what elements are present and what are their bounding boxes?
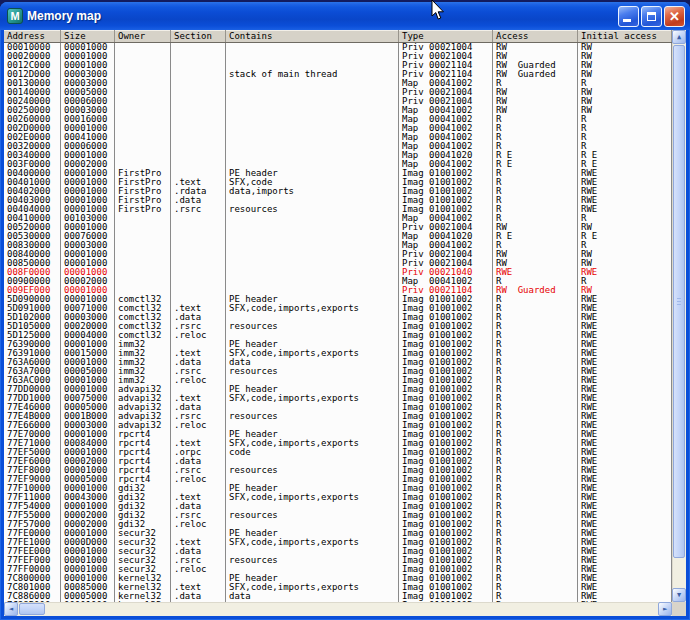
vertical-scrollbar[interactable]: ▲ ▼ <box>672 30 686 602</box>
table-row[interactable]: 77DD000000001000advapi32PE headerImag 01… <box>4 385 672 394</box>
table-row[interactable]: 0085000000001000Priv 00021004RWRW <box>4 259 672 268</box>
window-title: Memory map <box>27 9 616 23</box>
table-row[interactable]: 7639000000001000imm32PE headerImag 01001… <box>4 340 672 349</box>
horizontal-scroll-thumb[interactable] <box>19 603 45 615</box>
scroll-right-icon[interactable]: ► <box>658 602 672 616</box>
table-row[interactable]: 77E6600000003000advapi32.relocImag 01001… <box>4 421 672 430</box>
table-row[interactable]: 77F5700000002000gdi32.relocImag 01001002… <box>4 520 672 529</box>
table-row[interactable]: 0040400000001000FirstPro.rsrcresourcesIm… <box>4 205 672 214</box>
table-row[interactable]: 5D10200000003000comctl32.dataImag 010010… <box>4 313 672 322</box>
memory-map-icon[interactable]: M <box>7 8 23 24</box>
table-row[interactable]: 763A600000001000imm32.datadataImag 01001… <box>4 358 672 367</box>
table-row[interactable]: 77FE10000000D000secur32.textSFX,code,imp… <box>4 538 672 547</box>
maximize-button[interactable] <box>641 6 662 27</box>
column-header-access[interactable]: Access <box>493 30 578 42</box>
column-header-initial-access[interactable]: Initial access <box>578 30 672 42</box>
cell-type: Imag 01001002 <box>399 502 493 511</box>
table-row[interactable]: 002E000000041000Map 00041002RR <box>4 133 672 142</box>
table-row[interactable]: 009EF00000001000Priv 00021104RW GuardedR… <box>4 286 672 295</box>
table-row[interactable]: 7639100000015000imm32.textSFX,code,impor… <box>4 349 672 358</box>
table-row[interactable]: 77E7100000084000rpcrt4.textSFX,code,impo… <box>4 439 672 448</box>
table-row[interactable]: 763AC00000001000imm32.relocImag 01001002… <box>4 376 672 385</box>
cell-initial-access: R <box>578 115 672 124</box>
cell-section <box>171 169 226 178</box>
table-row[interactable]: 77F5500000002000gdi32.rsrcresourcesImag … <box>4 511 672 520</box>
scroll-down-icon[interactable]: ▼ <box>672 588 686 602</box>
table-row[interactable]: 5D12500000004000comctl32.relocImag 01001… <box>4 331 672 340</box>
vertical-scroll-thumb[interactable] <box>673 45 685 558</box>
minimize-button[interactable] <box>618 6 639 27</box>
table-row[interactable]: 7C80100000085000kernel32.textSFX,code,im… <box>4 583 672 592</box>
table-row[interactable]: 0012C00000001000Priv 00021104RW GuardedR… <box>4 61 672 70</box>
table-row[interactable]: 0090000000002000Map 00041002RR <box>4 277 672 286</box>
table-row[interactable]: 0053000000076000Map 00041020R ER E <box>4 232 672 241</box>
table-row[interactable]: 0040200000001000FirstPro.rdatadata,impor… <box>4 187 672 196</box>
table-row[interactable]: 77FE000000001000secur32PE headerImag 010… <box>4 529 672 538</box>
cell-section <box>171 484 226 493</box>
table-row[interactable]: 0040000000001000FirstProPE headerImag 01… <box>4 169 672 178</box>
cell-owner: comctl32 <box>115 322 171 331</box>
table-row[interactable]: 0025000000003000Map 00041002RWRW <box>4 106 672 115</box>
table-row[interactable]: 0034000000001000Map 00041020R ER E <box>4 151 672 160</box>
table-row[interactable]: 763A700000005000imm32.rsrcresourcesImag … <box>4 367 672 376</box>
column-header-address[interactable]: Address <box>4 30 61 42</box>
column-header-type[interactable]: Type <box>399 30 493 42</box>
table-row[interactable]: 77E4600000005000advapi32.dataImag 010010… <box>4 403 672 412</box>
table-row[interactable]: 77FF000000001000secur32.relocImag 010010… <box>4 565 672 574</box>
table-row[interactable]: 0041000000103000Map 00041002RR <box>4 214 672 223</box>
cell-contains <box>226 151 399 160</box>
table-row[interactable]: 7C88600000005000kernel32.datadataImag 01… <box>4 592 672 601</box>
column-header-size[interactable]: Size <box>61 30 115 42</box>
cell-access: R <box>493 520 578 529</box>
table-row[interactable]: 0013000000003000Map 00041002RR <box>4 79 672 88</box>
table-row[interactable]: 0052000000001000Priv 00021004RWRW <box>4 223 672 232</box>
table-row[interactable]: 0014000000005000Priv 00021004RWRW <box>4 88 672 97</box>
cell-section <box>171 214 226 223</box>
column-header-owner[interactable]: Owner <box>115 30 171 42</box>
table-row[interactable]: 0002000000001000Priv 00021004RWRW <box>4 52 672 61</box>
cell-owner <box>115 241 171 250</box>
table-row[interactable]: 7C80000000001000kernel32PE headerImag 01… <box>4 574 672 583</box>
table-row[interactable]: 0040300000001000FirstPro.dataImag 010010… <box>4 196 672 205</box>
cell-access: R <box>493 430 578 439</box>
table-row[interactable]: 77EF600000002000rpcrt4.dataImag 01001002… <box>4 457 672 466</box>
table-row[interactable]: 77DD100000075000advapi32.textSFX,code,im… <box>4 394 672 403</box>
table-row[interactable]: 0040100000001000FirstPro.textSFX,codeIma… <box>4 178 672 187</box>
table-row[interactable]: 77FEF00000001000secur32.rsrcresourcesIma… <box>4 556 672 565</box>
table-row[interactable]: 0024000000006000Priv 00021004RWRW <box>4 97 672 106</box>
scroll-up-icon[interactable]: ▲ <box>672 30 686 44</box>
horizontal-scrollbar[interactable]: ◄ ► <box>4 602 672 616</box>
table-row[interactable]: 0084000000001000Priv 00021004RWRW <box>4 250 672 259</box>
cell-section: .rsrc <box>171 367 226 376</box>
table-row[interactable]: 77E7000000001000rpcrt4PE headerImag 0100… <box>4 430 672 439</box>
table-row[interactable]: 0026000000016000Map 00041002RR <box>4 115 672 124</box>
column-header-section[interactable]: Section <box>171 30 226 42</box>
table-row[interactable]: 5D09000000001000comctl32PE headerImag 01… <box>4 295 672 304</box>
column-header-contains[interactable]: Contains <box>226 30 399 42</box>
table-row[interactable]: 0012D00000003000stack of main threadPriv… <box>4 70 672 79</box>
close-button[interactable]: ✕ <box>664 6 685 27</box>
table-row[interactable]: 003F000000002000Map 00041002R ER E <box>4 160 672 169</box>
scroll-left-icon[interactable]: ◄ <box>4 602 18 616</box>
cell-contains <box>226 124 399 133</box>
cell-address: 77FF0000 <box>4 565 61 574</box>
table-row[interactable]: 77FEE00000001000secur32.dataImag 0100100… <box>4 547 672 556</box>
table-row[interactable]: 77EF900000005000rpcrt4.relocImag 0100100… <box>4 475 672 484</box>
table-row[interactable]: 77F5400000001000gdi32.dataImag 01001002R… <box>4 502 672 511</box>
table-row[interactable]: 5D09100000071000comctl32.textSFX,code,im… <box>4 304 672 313</box>
table-row[interactable]: 77E4B0000001B000advapi32.rsrcresourcesIm… <box>4 412 672 421</box>
table-row[interactable]: 77EF800000001000rpcrt4.rsrcresourcesImag… <box>4 466 672 475</box>
table-row[interactable]: 0032000000006000Map 00041002RR <box>4 142 672 151</box>
cell-address: 00250000 <box>4 106 61 115</box>
table-row[interactable]: 0001000000001000Priv 00021004RWRW <box>4 43 672 52</box>
table-row[interactable]: 77EF500000001000rpcrt4.orpccodeImag 0100… <box>4 448 672 457</box>
titlebar[interactable]: M Memory map ✕ <box>0 2 690 30</box>
table-row[interactable]: 77F1000000001000gdi32PE headerImag 01001… <box>4 484 672 493</box>
cell-contains: SFX,code,imports,exports <box>226 538 399 547</box>
table-row[interactable]: 0083000000003000Map 00041002RR <box>4 241 672 250</box>
table-row[interactable]: 77F1100000043000gdi32.textSFX,code,impor… <box>4 493 672 502</box>
table-row[interactable]: 002D000000001000Map 00041002RR <box>4 124 672 133</box>
table-row[interactable]: 5D10500000020000comctl32.rsrcresourcesIm… <box>4 322 672 331</box>
cell-section <box>171 277 226 286</box>
table-row[interactable]: 008F000000001000Priv 00021040RWERWE <box>4 268 672 277</box>
